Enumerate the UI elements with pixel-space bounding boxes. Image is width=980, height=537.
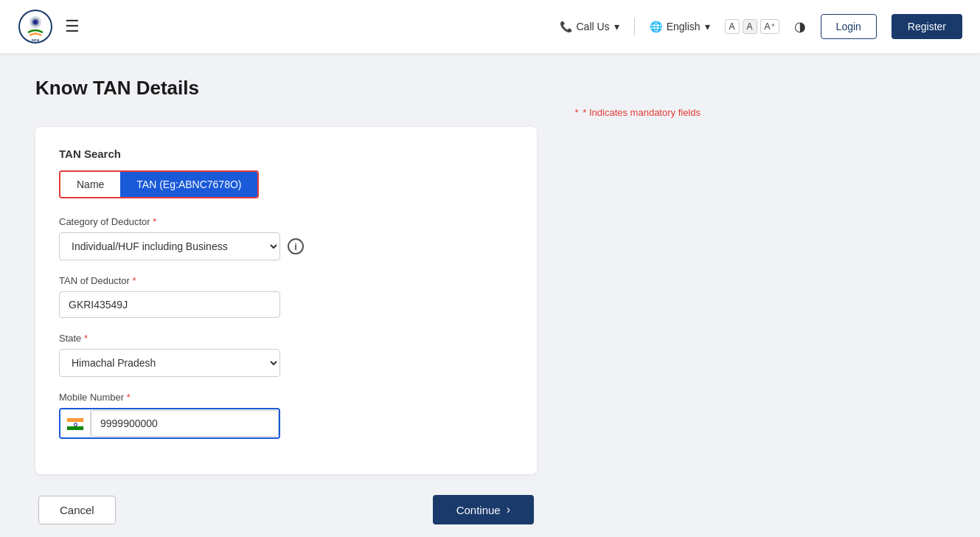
category-row: Individual/HUF including Business Compan…	[59, 232, 513, 260]
state-label: State *	[59, 333, 513, 344]
header-right: 📞 Call Us ▾ 🌐 English ▾ A A A⁺ ◑ Login R…	[560, 14, 963, 39]
tan-deductor-input[interactable]	[59, 291, 280, 318]
bottom-bar: Cancel Continue ›	[35, 495, 537, 524]
phone-icon: 📞	[560, 21, 572, 32]
cancel-button[interactable]: Cancel	[38, 496, 116, 524]
tan-deductor-field: TAN of Deductor *	[59, 275, 513, 318]
toggle-name-button[interactable]: Name	[60, 172, 120, 197]
chevron-down-icon: ▾	[614, 21, 619, 32]
required-asterisk: *	[575, 107, 579, 118]
vertical-divider	[634, 18, 635, 35]
globe-icon: 🌐	[650, 21, 662, 32]
login-button[interactable]: Login	[821, 14, 877, 39]
mobile-field: Mobile Number *	[59, 392, 513, 439]
mandatory-text: * Indicates mandatory fields	[583, 107, 701, 118]
font-decrease-button[interactable]: A	[725, 19, 740, 34]
svg-text:INDIA: INDIA	[32, 38, 40, 42]
language-selector[interactable]: 🌐 English ▾	[650, 21, 710, 32]
logo-icon: INDIA	[18, 9, 53, 44]
category-select[interactable]: Individual/HUF including Business Compan…	[59, 232, 280, 260]
flag-prefix	[60, 409, 91, 437]
svg-point-3	[33, 20, 38, 24]
chevron-down-icon: ▾	[705, 21, 710, 32]
header: INDIA ☰ 📞 Call Us ▾ 🌐 English ▾ A A A⁺ ◑…	[0, 0, 980, 53]
category-label: Category of Deductor *	[59, 216, 513, 227]
mobile-label: Mobile Number *	[59, 392, 513, 403]
language-label: English	[667, 21, 701, 32]
form-card: TAN Search Name TAN (Eg:ABNC7678O) Categ…	[35, 127, 537, 474]
continue-button[interactable]: Continue ›	[433, 495, 534, 524]
india-flag-icon	[66, 418, 84, 429]
state-field: State * Himachal Pradesh Andhra Pradesh …	[59, 333, 513, 377]
font-controls: A A A⁺	[725, 19, 779, 34]
mandatory-note: * * Indicates mandatory fields	[35, 107, 702, 118]
toggle-tan-button[interactable]: TAN (Eg:ABNC7678O)	[120, 172, 257, 197]
category-info-icon[interactable]: i	[288, 238, 304, 254]
contrast-toggle-button[interactable]: ◑	[794, 18, 806, 35]
tan-search-section: TAN Search Name TAN (Eg:ABNC7678O)	[59, 148, 513, 198]
register-button[interactable]: Register	[892, 14, 962, 39]
mobile-input-wrapper	[59, 408, 280, 439]
hamburger-menu[interactable]: ☰	[65, 17, 80, 36]
font-normal-button[interactable]: A	[743, 19, 757, 34]
mobile-input[interactable]	[91, 410, 279, 437]
page-title: Know TAN Details	[35, 77, 702, 100]
main-content: Know TAN Details * * Indicates mandatory…	[0, 53, 737, 537]
header-left: INDIA ☰	[18, 9, 80, 44]
call-us-label: Call Us	[577, 21, 610, 32]
continue-arrow-icon: ›	[507, 503, 510, 516]
search-toggle-group: Name TAN (Eg:ABNC7678O)	[59, 170, 259, 198]
call-us-button[interactable]: 📞 Call Us ▾	[560, 21, 619, 32]
font-increase-button[interactable]: A⁺	[760, 19, 779, 34]
continue-label: Continue	[456, 504, 501, 516]
category-field: Category of Deductor * Individual/HUF in…	[59, 216, 513, 260]
tan-search-label: TAN Search	[59, 148, 513, 160]
state-select[interactable]: Himachal Pradesh Andhra Pradesh Delhi Ma…	[59, 349, 280, 377]
tan-deductor-label: TAN of Deductor *	[59, 275, 513, 286]
